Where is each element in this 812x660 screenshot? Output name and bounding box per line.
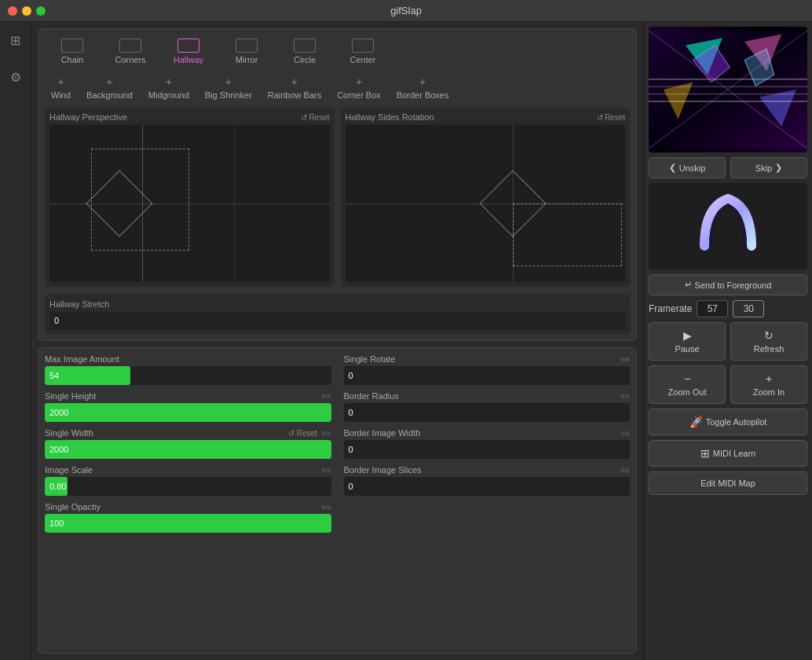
window-controls[interactable] <box>8 6 46 16</box>
single-height-midi-icon[interactable]: ≡≡ <box>322 392 331 401</box>
single-opacity-midi-icon[interactable]: ≡≡ <box>322 503 331 512</box>
single-opacity-slider[interactable]: 100 <box>45 514 331 533</box>
xy-controls-row: Hallway Perspective ↺ Reset <box>45 108 630 287</box>
subtab-midground[interactable]: + Midground <box>142 72 196 103</box>
send-to-foreground-button[interactable]: ↵ Send to Foreground <box>649 274 807 295</box>
toggle-autopilot-button[interactable]: 🚀 Toggle Autopilot <box>649 409 807 435</box>
tab-circle[interactable]: Circle <box>277 35 332 68</box>
stretch-label: Hallway Stretch <box>49 299 109 309</box>
single-width-slider[interactable]: 2000 <box>45 440 331 459</box>
single-width-reset-button[interactable]: ↺ Reset <box>288 429 317 438</box>
chain-tab-icon <box>61 38 83 53</box>
pause-refresh-row: ▶ Pause ↻ Refresh <box>649 322 807 361</box>
midi-learn-button[interactable]: ⊞ MIDI Learn <box>649 440 807 467</box>
wind-label: Wind <box>51 90 71 100</box>
single-rotate-slider[interactable]: 0 <box>344 366 631 385</box>
stretch-slider[interactable]: 0 <box>49 312 625 329</box>
bigshrinker-label: Big Shrinker <box>205 90 252 100</box>
unskip-button[interactable]: ❮ Unskip <box>649 157 726 178</box>
perspective-reset-button[interactable]: ↺ Reset <box>301 112 329 122</box>
params-left-col: Max Image Amount 54 Single Height ≡≡ <box>45 354 331 539</box>
maximize-button[interactable] <box>36 6 46 16</box>
cornerbox-label: Corner Box <box>337 90 381 100</box>
background-label: Background <box>86 90 133 100</box>
skip-button[interactable]: Skip ❯ <box>730 157 807 178</box>
tab-hallway[interactable]: Hallway <box>161 35 216 68</box>
mirror-tab-icon <box>236 38 258 53</box>
tab-corners[interactable]: Corners <box>103 35 158 68</box>
skip-unskip-row: ❮ Unskip Skip ❯ <box>649 157 807 178</box>
left-sidebar: ⊞ ⚙ <box>0 22 31 660</box>
sides-label: Hallway Sides Rotation <box>346 112 434 122</box>
corners-tab-label: Corners <box>115 55 145 64</box>
params-grid: Max Image Amount 54 Single Height ≡≡ <box>45 354 630 539</box>
single-height-label-row: Single Height ≡≡ <box>45 391 331 401</box>
border-radius-midi-icon[interactable]: ≡≡ <box>620 392 630 401</box>
framerate-target-input[interactable] <box>733 300 764 317</box>
bigsh-add-icon: + <box>225 75 232 88</box>
subtab-border-boxes[interactable]: + Border Boxes <box>390 72 455 103</box>
single-height-label: Single Height <box>45 391 96 401</box>
app-title: gifSlap <box>390 5 422 16</box>
tab-center[interactable]: Center <box>335 35 390 68</box>
sides-reset-icon: ↺ <box>597 113 603 122</box>
tab-chain[interactable]: Chain <box>45 35 100 68</box>
wind-add-icon: + <box>57 75 64 88</box>
gif-shape-svg <box>689 191 767 262</box>
zoom-out-icon: − <box>684 372 690 385</box>
image-scale-label-row: Image Scale ≡≡ <box>45 465 331 475</box>
param-single-rotate: Single Rotate ≡≡ 0 <box>344 354 631 385</box>
border-radius-slider[interactable]: 0 <box>344 403 631 422</box>
edit-midi-map-button[interactable]: Edit MIDI Map <box>649 471 807 495</box>
subtab-wind[interactable]: + Wind <box>45 72 77 103</box>
border-image-slices-midi-icon[interactable]: ≡≡ <box>620 466 630 475</box>
refresh-button[interactable]: ↻ Refresh <box>730 322 807 361</box>
single-height-slider[interactable]: 2000 <box>45 403 331 422</box>
border-image-width-slider[interactable]: 0 <box>344 440 631 459</box>
pause-button[interactable]: ▶ Pause <box>649 322 726 361</box>
border-image-slices-label: Border Image Slices <box>344 465 422 475</box>
pause-icon: ▶ <box>683 329 692 342</box>
single-width-midi-icon[interactable]: ≡≡ <box>322 429 331 438</box>
param-image-scale: Image Scale ≡≡ 0.80 <box>45 465 331 496</box>
autopilot-icon: 🚀 <box>689 416 703 428</box>
single-opacity-label: Single Opactiy <box>45 502 101 512</box>
gif-preview <box>649 183 807 270</box>
pad-v-line3 <box>234 125 235 282</box>
single-width-label: Single Width <box>45 428 93 438</box>
max-image-slider[interactable]: 54 <box>45 366 331 385</box>
gear-icon[interactable]: ⚙ <box>7 67 24 88</box>
param-border-image-slices: Border Image Slices ≡≡ 0 <box>344 465 631 496</box>
zoom-in-button[interactable]: + Zoom In <box>730 365 807 404</box>
bottom-panel: Max Image Amount 54 Single Height ≡≡ <box>38 347 637 654</box>
max-image-label-row: Max Image Amount <box>45 354 331 364</box>
rainbowbars-label: Rainbow Bars <box>268 90 321 100</box>
zoom-out-button[interactable]: − Zoom Out <box>649 365 726 404</box>
minimize-button[interactable] <box>22 6 31 16</box>
preview-canvas <box>649 27 807 152</box>
border-image-slices-slider[interactable]: 0 <box>344 477 631 496</box>
perspective-section: Hallway Perspective ↺ Reset <box>45 108 335 287</box>
subtab-big-shrinker[interactable]: + Big Shrinker <box>199 72 258 103</box>
subtab-corner-box[interactable]: + Corner Box <box>331 72 387 103</box>
tab-mirror[interactable]: Mirror <box>219 35 274 68</box>
subtab-rainbow-bars[interactable]: + Rainbow Bars <box>262 72 327 103</box>
bb-add-icon: + <box>419 75 426 88</box>
single-rotate-midi-icon[interactable]: ≡≡ <box>620 355 630 364</box>
image-scale-slider[interactable]: 0.80 <box>45 477 331 496</box>
perspective-xy-pad[interactable] <box>49 125 330 282</box>
single-width-label-row: Single Width ↺ Reset ≡≡ <box>45 428 331 438</box>
hallway-tab-label: Hallway <box>174 55 204 64</box>
rb-add-icon: + <box>291 75 298 88</box>
subtab-background[interactable]: + Background <box>80 72 139 103</box>
sides-xy-pad[interactable] <box>346 125 626 282</box>
framerate-current-input[interactable] <box>697 300 728 317</box>
sliders-icon[interactable]: ⊞ <box>7 30 24 51</box>
chevron-right-icon: ❯ <box>775 163 782 173</box>
image-scale-midi-icon[interactable]: ≡≡ <box>322 466 331 475</box>
sides-reset-button[interactable]: ↺ Reset <box>597 112 625 122</box>
close-button[interactable] <box>8 6 17 16</box>
perspective-label: Hallway Perspective <box>49 112 127 122</box>
border-image-width-midi-icon[interactable]: ≡≡ <box>620 429 630 438</box>
framerate-row: Framerate <box>649 300 807 317</box>
